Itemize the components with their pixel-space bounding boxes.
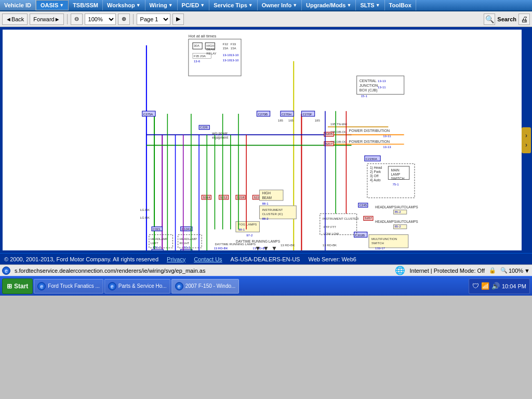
page-select[interactable]: Page 1 Page 2 (137, 14, 170, 25)
nav-workshop[interactable]: Workshop ▼ (103, 0, 145, 10)
svg-text:RIGHT: RIGHT (180, 242, 190, 245)
separator-1 (67, 14, 68, 24)
nav-pc-ed[interactable]: PC/ED ▼ (178, 0, 210, 10)
svg-text:S218: S218 (237, 196, 245, 199)
svg-text:4) Auto: 4) Auto (370, 178, 381, 182)
antivirus-icon: 🛡 (472, 282, 479, 290)
service-tips-arrow: ▼ (248, 3, 253, 8)
zoom-plus-btn[interactable]: ⊕ (118, 14, 130, 25)
svg-text:F32: F32 (223, 43, 229, 46)
svg-text:LOW   LOW: LOW LOW (324, 232, 339, 235)
wiring-svg: Hot at all times 30A HIGH BEAM RELAY F35… (3, 30, 522, 250)
side-scroll-arrow[interactable]: › › (522, 127, 531, 153)
svg-text:13-11: 13-11 (378, 86, 386, 89)
nav-bar: Vehicle ID OASIS ▼ TSB/SSM Workshop ▼ Wi… (0, 0, 532, 11)
nav-vehicle-id[interactable]: Vehicle ID (0, 0, 36, 10)
svg-text:13-11: 13-11 (383, 135, 391, 138)
zoom-plus-icon: ⊕ (122, 16, 126, 22)
bottom-arrow-3: ▼ (271, 245, 277, 252)
svg-text:INSTRUMENT CLUSTER: INSTRUMENT CLUSTER (323, 217, 359, 220)
svg-text:F35  20A: F35 20A (194, 55, 206, 58)
taskbar-tab-3-label: 2007 F-150 - Windo... (185, 283, 236, 289)
svg-text:195  TN-WH: 195 TN-WH (330, 123, 347, 126)
bottom-scroll-arrows: ▼ ▼ ▼ (255, 245, 277, 252)
browser-statusbar: e s.fordtechservice.dealerconnection.com… (0, 264, 532, 276)
contact-link[interactable]: Contact Us (194, 256, 222, 262)
ie-taskbar-icon-3: e (175, 282, 183, 290)
svg-text:HEADLAMPS/AUTOLAMPS: HEADLAMPS/AUTOLAMPS (375, 205, 418, 209)
svg-text:75-1: 75-1 (392, 183, 399, 186)
svg-text:30A: 30A (194, 44, 200, 47)
svg-text:POWER DISTRIBUTION: POWER DISTRIBUTION (349, 129, 390, 133)
security-status: Internet | Protected Mode: Off (409, 268, 485, 274)
svg-text:88-1: 88-1 (238, 228, 245, 231)
svg-text:85-2: 85-2 (395, 225, 402, 228)
start-button[interactable]: ⊞ Start (2, 278, 33, 294)
taskbar-tab-3[interactable]: e 2007 F-150 - Windo... (171, 279, 240, 294)
svg-text:165: 165 (288, 119, 294, 122)
nav-owner-info[interactable]: Owner Info ▼ (258, 0, 302, 10)
nav-slts[interactable]: SLTS ▼ (356, 0, 384, 10)
print-icon: 🖨 (521, 15, 528, 23)
svg-text:C270B: C270B (258, 113, 268, 116)
svg-text:13-10: 13-10 (223, 54, 231, 57)
windows-logo-icon: ⊞ (7, 283, 12, 290)
forward-arrow-icon: ► (55, 16, 60, 22)
privacy-link[interactable]: Privacy (167, 256, 185, 262)
svg-text:CENTRAL: CENTRAL (360, 79, 377, 83)
svg-text:C202B: C202B (355, 234, 365, 237)
page-next-icon: ▶ (176, 16, 180, 22)
svg-text:HEADLAMPS/AUTOLAMPS: HEADLAMPS/AUTOLAMPS (375, 220, 418, 223)
zoom-value: 100% (509, 268, 523, 274)
zoom-dropdown-icon[interactable]: ▼ (524, 268, 530, 274)
svg-text:INSTRUMENT: INSTRUMENT (262, 208, 283, 211)
svg-text:185: 185 (278, 119, 284, 122)
owner-info-arrow: ▼ (292, 3, 297, 8)
svg-text:13-10: 13-10 (223, 59, 231, 62)
zoom-select[interactable]: 100% 75% 125% 150% (85, 14, 116, 25)
start-label: Start (14, 283, 28, 290)
svg-text:151-2: 151-2 (153, 246, 161, 249)
oasis-arrow: ▼ (59, 3, 64, 8)
taskbar: ⊞ Start e Ford Truck Fanatics ... e Part… (0, 276, 532, 296)
locale-text: AS-USA-DEALERS-EN-US (231, 256, 300, 262)
nav-wiring[interactable]: Wiring ▼ (145, 0, 178, 10)
svg-text:DAYTIME RUNNING LAMPS: DAYTIME RUNNING LAMPS (215, 243, 256, 246)
back-btn[interactable]: ◄ Back (2, 14, 28, 25)
nav-upgrade-mods[interactable]: Upgrade/Mods ▼ (302, 0, 356, 10)
svg-text:C245: C245 (360, 204, 367, 207)
svg-text:85-2: 85-2 (395, 210, 402, 214)
zoom-status: 🔍 100% ▼ (500, 267, 530, 274)
svg-text:FOG LAMPS: FOG LAMPS (238, 223, 257, 226)
svg-text:HEADLAMP: HEADLAMP (151, 237, 168, 241)
zoom-minus-icon: ⊖ (74, 16, 79, 22)
page-next-btn[interactable]: ▶ (172, 14, 184, 25)
svg-text:LG-BK: LG-BK (140, 208, 150, 211)
nav-toolbox[interactable]: ToolBox (385, 0, 416, 10)
search-icon-btn[interactable]: 🔍 (484, 14, 495, 25)
svg-text:Hot at all times: Hot at all times (189, 34, 216, 38)
svg-text:HIGH: HIGH (206, 44, 214, 47)
nav-oasis[interactable]: OASIS ▼ (36, 0, 69, 10)
nav-tsb[interactable]: TSB/SSM (69, 0, 103, 10)
svg-text:88-1: 88-1 (262, 202, 269, 205)
bottom-arrow-2: ▼ (263, 245, 269, 252)
svg-text:15A: 15A (231, 47, 237, 50)
svg-text:F33: F33 (231, 43, 236, 46)
svg-text:3) Off: 3) Off (370, 174, 378, 178)
svg-text:97-2: 97-2 (246, 234, 253, 237)
svg-text:13-13: 13-13 (378, 79, 386, 83)
zoom-minus-btn[interactable]: ⊖ (71, 14, 83, 25)
wiring-diagram: Hot at all times 30A HIGH BEAM RELAY F35… (3, 30, 522, 250)
ie-taskbar-icon-2: e (108, 282, 116, 290)
nav-service-tips[interactable]: Service Tips ▼ (209, 0, 258, 10)
svg-text:HEADLAMP: HEADLAMP (180, 237, 197, 241)
taskbar-tab-2[interactable]: e Parts & Service Ho... (104, 279, 170, 294)
pc-ed-arrow: ▼ (200, 3, 205, 8)
slts-arrow: ▼ (376, 3, 380, 8)
taskbar-tab-1[interactable]: e Ford Truck Fanatics ... (34, 279, 103, 294)
print-btn[interactable]: 🖨 (518, 14, 530, 25)
forward-btn[interactable]: Forward ► (30, 14, 63, 25)
svg-text:C021: C021 (153, 228, 161, 231)
svg-text:MULTIFUNCTION: MULTIFUNCTION (371, 237, 397, 241)
